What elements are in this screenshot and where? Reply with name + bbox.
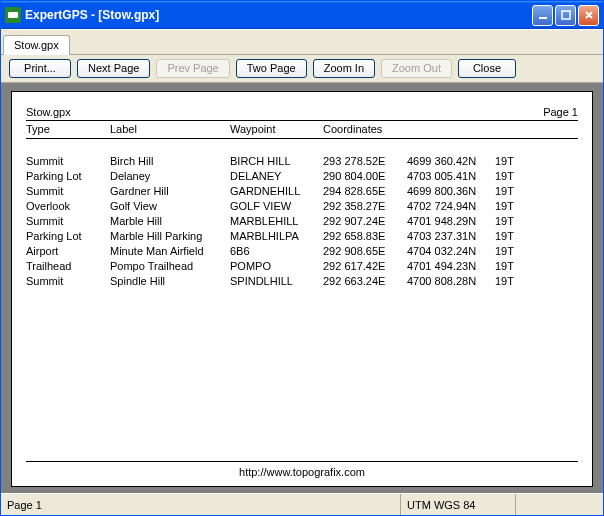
tab-strip: Stow.gpx: [1, 29, 603, 55]
preview-area: Stow.gpx Page 1 Type Label Waypoint Coor…: [1, 83, 603, 493]
cell-waypoint: MARBLEHILL: [230, 215, 323, 227]
maximize-button[interactable]: [555, 5, 576, 26]
table-row: Parking LotMarble Hill ParkingMARBLHILPA…: [26, 228, 578, 243]
cell-type: Summit: [26, 215, 110, 227]
cell-label: Marble Hill Parking: [110, 230, 230, 242]
col-header-label: Label: [110, 123, 230, 135]
cell-label: Pompo Trailhead: [110, 260, 230, 272]
cell-coord: 292 358.27E4702 724.94N19T: [323, 200, 578, 212]
cell-coord: 292 663.24E4700 808.28N19T: [323, 275, 578, 287]
table-row: SummitGardner HillGARDNEHILL294 828.65E4…: [26, 183, 578, 198]
cell-waypoint: DELANEY: [230, 170, 323, 182]
cell-type: Overlook: [26, 200, 110, 212]
col-header-coord: Coordinates: [323, 123, 578, 135]
status-datum: UTM WGS 84: [401, 494, 516, 515]
cell-waypoint: BIRCH HILL: [230, 155, 323, 167]
cell-waypoint: MARBLHILPA: [230, 230, 323, 242]
two-page-button[interactable]: Two Page: [236, 59, 307, 78]
cell-coord: 292 617.42E4701 494.23N19T: [323, 260, 578, 272]
cell-label: Marble Hill: [110, 215, 230, 227]
close-window-button[interactable]: [578, 5, 599, 26]
statusbar: Page 1 UTM WGS 84: [1, 493, 603, 515]
cell-type: Trailhead: [26, 260, 110, 272]
cell-coord: 292 907.24E4701 948.29N19T: [323, 215, 578, 227]
cell-label: Golf View: [110, 200, 230, 212]
table-row: SummitMarble HillMARBLEHILL292 907.24E47…: [26, 213, 578, 228]
app-icon: [5, 7, 21, 23]
cell-type: Summit: [26, 155, 110, 167]
minimize-button[interactable]: [532, 5, 553, 26]
footer-url: http://www.topografix.com: [26, 461, 578, 480]
cell-coord: 292 908.65E4704 032.24N19T: [323, 245, 578, 257]
cell-waypoint: GOLF VIEW: [230, 200, 323, 212]
tab-file[interactable]: Stow.gpx: [3, 35, 70, 55]
status-page: Page 1: [1, 494, 401, 515]
prev-page-button: Prev Page: [156, 59, 229, 78]
cell-waypoint: POMPO: [230, 260, 323, 272]
zoom-out-button: Zoom Out: [381, 59, 452, 78]
next-page-button[interactable]: Next Page: [77, 59, 150, 78]
doc-page-label: Page 1: [543, 106, 578, 118]
titlebar[interactable]: ExpertGPS - [Stow.gpx]: [1, 1, 603, 29]
cell-coord: 292 658.83E4703 237.31N19T: [323, 230, 578, 242]
table-row: SummitSpindle HillSPINDLHILL292 663.24E4…: [26, 273, 578, 288]
close-preview-button[interactable]: Close: [458, 59, 516, 78]
cell-waypoint: SPINDLHILL: [230, 275, 323, 287]
cell-waypoint: GARDNEHILL: [230, 185, 323, 197]
print-button[interactable]: Print...: [9, 59, 71, 78]
table-row: TrailheadPompo TrailheadPOMPO292 617.42E…: [26, 258, 578, 273]
table-row: AirportMinute Man Airfield6B6292 908.65E…: [26, 243, 578, 258]
page-preview: Stow.gpx Page 1 Type Label Waypoint Coor…: [11, 91, 593, 487]
toolbar: Print... Next Page Prev Page Two Page Zo…: [1, 55, 603, 83]
data-rows: SummitBirch HillBIRCH HILL293 278.52E469…: [26, 139, 578, 461]
app-window: ExpertGPS - [Stow.gpx] Stow.gpx Print...…: [0, 0, 604, 516]
cell-label: Gardner Hill: [110, 185, 230, 197]
cell-label: Spindle Hill: [110, 275, 230, 287]
cell-coord: 290 804.00E4703 005.41N19T: [323, 170, 578, 182]
cell-label: Delaney: [110, 170, 230, 182]
col-header-waypoint: Waypoint: [230, 123, 323, 135]
svg-rect-0: [539, 17, 547, 19]
cell-label: Birch Hill: [110, 155, 230, 167]
cell-waypoint: 6B6: [230, 245, 323, 257]
cell-type: Summit: [26, 185, 110, 197]
cell-type: Parking Lot: [26, 230, 110, 242]
cell-type: Parking Lot: [26, 170, 110, 182]
doc-filename: Stow.gpx: [26, 106, 71, 118]
col-header-type: Type: [26, 123, 110, 135]
cell-type: Airport: [26, 245, 110, 257]
cell-coord: 293 278.52E4699 360.42N19T: [323, 155, 578, 167]
table-row: SummitBirch HillBIRCH HILL293 278.52E469…: [26, 153, 578, 168]
cell-type: Summit: [26, 275, 110, 287]
zoom-in-button[interactable]: Zoom In: [313, 59, 375, 78]
table-row: Parking LotDelaneyDELANEY290 804.00E4703…: [26, 168, 578, 183]
window-title: ExpertGPS - [Stow.gpx]: [25, 8, 159, 22]
cell-label: Minute Man Airfield: [110, 245, 230, 257]
table-row: OverlookGolf ViewGOLF VIEW292 358.27E470…: [26, 198, 578, 213]
cell-coord: 294 828.65E4699 800.36N19T: [323, 185, 578, 197]
svg-rect-1: [562, 11, 570, 19]
